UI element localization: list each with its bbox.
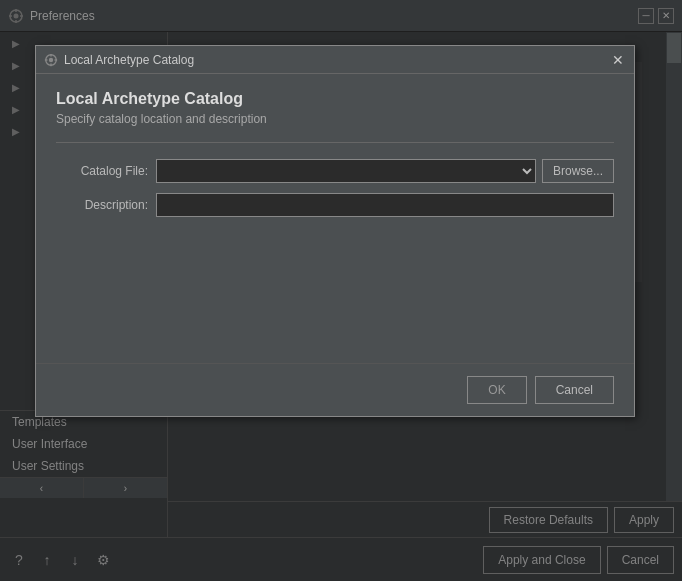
browse-button[interactable]: Browse... [542, 159, 614, 183]
description-row: Description: [56, 193, 614, 217]
dialog-ok-button[interactable]: OK [467, 376, 526, 404]
dialog-footer: OK Cancel [36, 363, 634, 416]
dialog-title-bar: Local Archetype Catalog ✕ [36, 46, 634, 74]
dialog-title: Local Archetype Catalog [64, 53, 610, 67]
catalog-file-row: Catalog File: Browse... [56, 159, 614, 183]
preferences-window: Preferences ─ ✕ ▶ ▶ ▶ ▶ ▶ [0, 0, 682, 581]
dialog-close-button[interactable]: ✕ [610, 52, 626, 68]
svg-point-7 [49, 57, 53, 61]
dialog-divider [56, 142, 614, 143]
dialog-overlay: Local Archetype Catalog ✕ Local Archetyp… [0, 0, 682, 581]
dialog-icon [44, 53, 58, 67]
local-archetype-catalog-dialog: Local Archetype Catalog ✕ Local Archetyp… [35, 45, 635, 417]
dialog-subtitle: Specify catalog location and description [56, 112, 614, 126]
description-input[interactable] [156, 193, 614, 217]
dialog-body: Local Archetype Catalog Specify catalog … [36, 74, 634, 363]
description-label: Description: [56, 198, 156, 212]
dialog-spacer [56, 227, 614, 347]
catalog-file-select[interactable] [156, 159, 536, 183]
dialog-cancel-button[interactable]: Cancel [535, 376, 614, 404]
dialog-heading: Local Archetype Catalog [56, 90, 614, 108]
catalog-file-input-group: Browse... [156, 159, 614, 183]
catalog-file-label: Catalog File: [56, 164, 156, 178]
